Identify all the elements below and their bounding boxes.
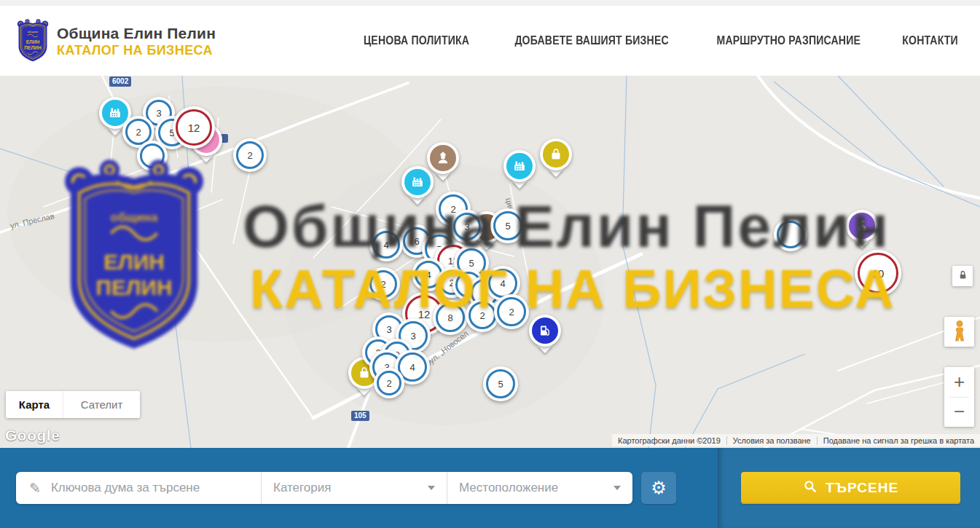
site-title-line1: Община Елин Пелин (57, 25, 216, 43)
attribution-terms-link[interactable]: Условия за ползване (726, 436, 817, 445)
svg-text:община: община (28, 31, 39, 34)
google-map[interactable]: 6002105ул. Преславбул. „Новоселции“ 3251… (0, 76, 980, 448)
search-fields-group: ✎ Категория Местоположение (16, 472, 632, 504)
municipality-crest-logo[interactable]: общинаЕЛИНПЕЛИН (16, 18, 50, 63)
attribution-report-error-link[interactable]: Подаване на сигнал за грешка в картата (817, 436, 980, 445)
search-button-label: ТЪРСЕНЕ (826, 480, 898, 496)
chevron-down-icon (614, 486, 621, 490)
keyword-field[interactable]: ✎ (16, 472, 261, 504)
satellite-view-button[interactable]: Сателит (63, 391, 140, 418)
map-attribution: Картографски данни ©2019 Условия за полз… (612, 434, 980, 446)
category-select[interactable]: Категория (262, 472, 447, 504)
advanced-settings-button[interactable]: ⚙ (641, 472, 676, 504)
location-select-value: Местоположение (459, 481, 558, 495)
zoom-control: + − (944, 367, 974, 427)
location-select[interactable]: Местоположение (447, 472, 632, 504)
svg-text:ЕЛИН: ЕЛИН (26, 39, 40, 44)
map-type-control: Карта Сателит (6, 391, 140, 418)
category-select-value: Категория (273, 481, 331, 495)
google-logo[interactable]: Google (5, 427, 60, 444)
main-nav: ЦЕНОВА ПОЛИТИКА ДОБАВЕТЕ ВАШИЯТ БИЗНЕС М… (356, 6, 962, 76)
pegman-button[interactable] (944, 317, 974, 347)
lock-icon (957, 269, 968, 283)
nav-item-route-schedule[interactable]: МАРШРУТНО РАЗПИСАНИЕ (717, 34, 861, 47)
site-title: Община Елин Пелин КАТАЛОГ НА БИЗНЕСА (57, 25, 216, 58)
search-bar: ✎ Категория Местоположение ⚙ (0, 448, 980, 528)
chevron-down-icon (428, 486, 435, 490)
gear-icon: ⚙ (651, 479, 667, 497)
search-button[interactable]: ТЪРСЕНЕ (741, 472, 960, 504)
search-icon (803, 479, 818, 497)
map-controls-layer: Карта Сателит (0, 76, 980, 448)
keyword-input[interactable] (50, 480, 235, 496)
nav-item-contacts[interactable]: КОНТАКТИ (902, 34, 958, 47)
zoom-in-button[interactable]: + (944, 367, 974, 397)
lock-button[interactable] (952, 266, 973, 286)
nav-item-add-business[interactable]: ДОБАВЕТЕ ВАШИЯТ БИЗНЕС (515, 34, 669, 47)
site-title-line2: КАТАЛОГ НА БИЗНЕСА (57, 43, 216, 58)
page: общинаЕЛИНПЕЛИН Община Елин Пелин КАТАЛО… (0, 0, 980, 528)
pegman-icon (951, 320, 968, 344)
attribution-copyright: Картографски данни ©2019 (612, 436, 726, 445)
nav-item-pricing[interactable]: ЦЕНОВА ПОЛИТИКА (364, 34, 469, 47)
map-view-button[interactable]: Карта (6, 391, 63, 418)
header: общинаЕЛИНПЕЛИН Община Елин Пелин КАТАЛО… (0, 6, 980, 76)
zoom-out-button[interactable]: − (944, 398, 974, 427)
svg-text:ПЕЛИН: ПЕЛИН (24, 45, 42, 50)
pencil-icon: ✎ (29, 480, 41, 497)
